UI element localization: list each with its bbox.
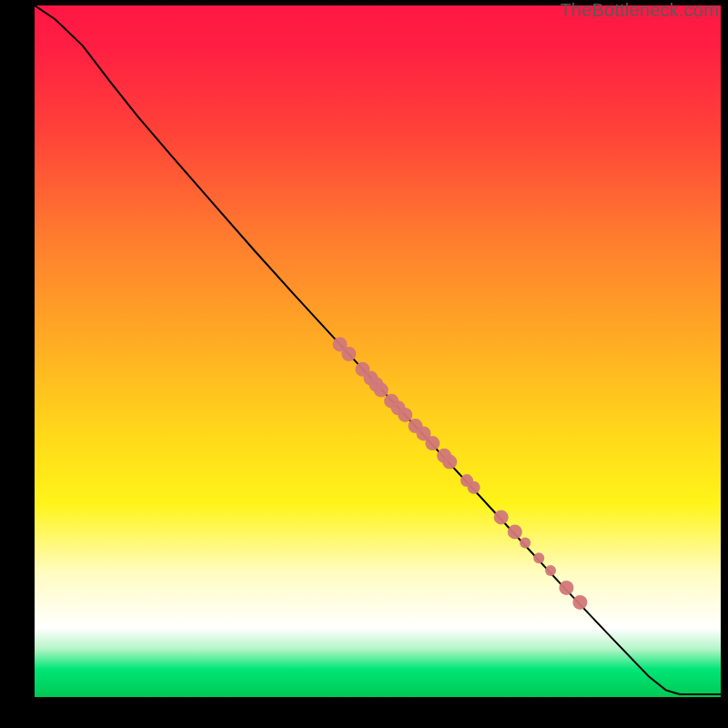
- watermark: TheBottleneck.com: [560, 0, 719, 21]
- data-point: [533, 552, 544, 563]
- data-point: [341, 347, 356, 361]
- curve-line: [35, 5, 721, 694]
- plot-area: [35, 5, 721, 697]
- data-point: [545, 565, 556, 576]
- data-point: [442, 455, 457, 470]
- data-point: [374, 383, 389, 398]
- data-point: [520, 538, 531, 549]
- data-point: [572, 595, 587, 610]
- data-point: [559, 581, 573, 595]
- data-point: [494, 510, 509, 524]
- data-point: [398, 408, 412, 422]
- data-point: [508, 524, 522, 539]
- chart-container: TheBottleneck.com: [0, 0, 728, 728]
- data-point: [468, 481, 480, 494]
- chart-svg: [35, 5, 721, 697]
- data-point: [425, 436, 440, 450]
